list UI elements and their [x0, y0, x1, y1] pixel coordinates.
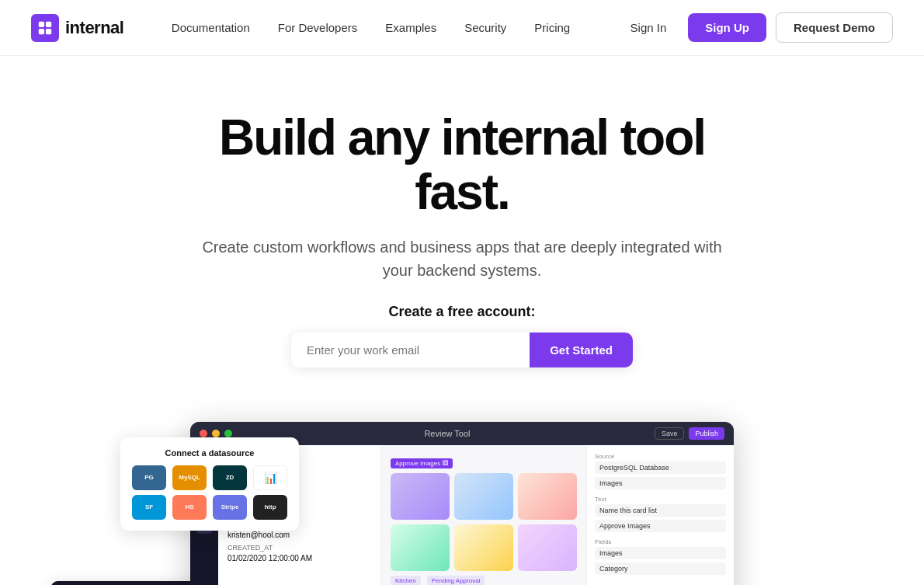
approve-img-2 [454, 473, 513, 520]
ds-logo-stripe: Stripe [213, 495, 247, 520]
approve-img-6 [518, 524, 577, 571]
prop-source: Source PostgreSQL Database Images [595, 453, 726, 489]
ds-item-sf: SF [131, 495, 167, 520]
window-title: Review Tool [245, 429, 650, 438]
prop-select-name: Approve Images [595, 520, 726, 532]
request-demo-button[interactable]: Request Demo [776, 12, 893, 43]
svg-rect-2 [39, 28, 44, 33]
approve-img-3 [518, 473, 577, 520]
ds-logo-mysql: MySQL [172, 465, 207, 490]
category-badge-pending: Pending Approval [427, 576, 485, 585]
ds-logo-pg: PG [132, 465, 166, 490]
field-label-created: CREATED_AT [228, 544, 371, 552]
prop-text: Text Name this card list Approve Images [595, 496, 726, 532]
category-badge-kitchen: Kitchen [391, 576, 421, 585]
ds-item-mysql: MySQL [172, 465, 207, 490]
logo-svg [36, 19, 54, 37]
prop-select-category: Category [595, 562, 726, 575]
ds-item-pg: PG [131, 465, 167, 490]
dot-yellow [212, 430, 220, 437]
approve-images-grid [391, 473, 577, 571]
get-started-button[interactable]: Get Started [530, 333, 633, 367]
ds-item-hubspot: HS [172, 495, 207, 520]
datasources-grid: PG MySQL ZD 📊 SF HS Stripe http [131, 465, 288, 520]
approve-img-4 [391, 524, 450, 571]
nav-link-documentation[interactable]: Documentation [172, 21, 250, 34]
prop-label-text: Text [595, 496, 726, 503]
ds-item-stripe: Stripe [212, 495, 248, 520]
approve-img-1 [391, 473, 450, 520]
dot-green [224, 430, 232, 437]
email-form: Get Started [291, 333, 633, 367]
hero-headline: Build any internal tool fast. [167, 110, 757, 220]
prop-select-source: PostgreSQL Database [595, 461, 726, 474]
prop-select-text: Name this card list [595, 504, 726, 517]
hero-subline: Create custom workflows and business app… [198, 235, 726, 282]
prop-label-source: Source [595, 453, 726, 460]
nav-link-for-developers[interactable]: For Developers [278, 21, 358, 34]
logo-text: internal [65, 18, 123, 38]
logo-icon [31, 14, 59, 42]
hero-section: Build any internal tool fast. Create cus… [0, 56, 924, 391]
nav-link-pricing[interactable]: Pricing [534, 21, 570, 34]
window-publish-button[interactable]: Publish [689, 427, 724, 440]
ds-logo-http: http [253, 495, 287, 520]
approve-img-5 [454, 524, 513, 571]
email-input[interactable] [291, 333, 530, 367]
hero-cta-label: Create a free account: [31, 304, 893, 320]
sign-up-button[interactable]: Sign Up [688, 13, 766, 42]
field-val-created: 01/02/2020 12:00:00 AM [228, 554, 371, 562]
ds-logo-sf: SF [132, 495, 166, 520]
logo-link[interactable]: internal [31, 14, 123, 42]
datasources-panel: Connect a datasource PG MySQL ZD 📊 SF HS… [120, 437, 299, 531]
nav-link-examples[interactable]: Examples [385, 21, 436, 34]
navbar: internal Documentation For Developers Ex… [0, 0, 924, 56]
prop-fields: Fields Images Category [595, 538, 726, 575]
window-save-button[interactable]: Save [655, 427, 685, 440]
prop-select-images: Images [595, 477, 726, 489]
svg-rect-1 [46, 21, 51, 26]
screenshots-area: Connect a datasource PG MySQL ZD 📊 SF HS… [35, 422, 889, 585]
approve-tag: Approve Images 🖼 [391, 458, 453, 468]
prop-label-fields: Fields [595, 538, 726, 545]
ds-logo-hubspot: HS [172, 495, 207, 520]
field-val-email: kristen@hool.com [228, 531, 371, 539]
svg-rect-3 [46, 28, 51, 33]
sign-in-button[interactable]: Sign In [618, 15, 679, 40]
datasources-title: Connect a datasource [131, 448, 288, 458]
prop-select-fields: Images [595, 547, 726, 559]
nav-actions: Sign In Sign Up Request Demo [618, 12, 893, 43]
ds-item-http: http [252, 495, 288, 520]
nav-link-security[interactable]: Security [464, 21, 506, 34]
approve-images-panel: Approve Images 🖼 Kitchen Pending Approva… [381, 445, 586, 585]
ds-logo-zendesk: ZD [213, 465, 247, 490]
nav-links: Documentation For Developers Examples Se… [172, 21, 570, 35]
category-row: Kitchen Pending Approval [391, 576, 577, 585]
svg-rect-0 [39, 21, 44, 26]
ds-logo-gsheets: 📊 [253, 465, 287, 490]
ds-item-zendesk: ZD [212, 465, 248, 490]
dot-red [200, 430, 207, 437]
ds-item-gsheets: 📊 [252, 465, 288, 490]
window-actions: Save Publish [655, 427, 724, 440]
properties-panel: Source PostgreSQL Database Images Text N… [586, 445, 734, 585]
